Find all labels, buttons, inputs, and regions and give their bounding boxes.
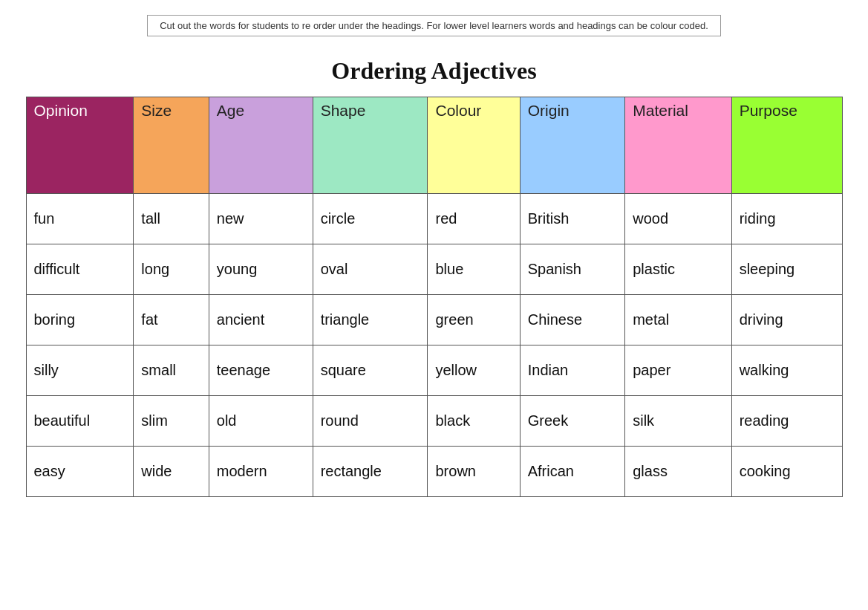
- table-cell: cooking: [731, 447, 842, 497]
- table-cell: new: [209, 194, 313, 244]
- table-cell: blue: [428, 244, 520, 295]
- table-cell: old: [209, 396, 313, 447]
- table-cell: British: [520, 194, 625, 244]
- header-cell-opinion: Opinion: [26, 97, 134, 194]
- table-cell: circle: [313, 194, 428, 244]
- table-cell: fat: [134, 295, 209, 345]
- table-cell: silly: [26, 345, 134, 396]
- table-cell: black: [428, 396, 520, 447]
- table-cell: Greek: [520, 396, 625, 447]
- table-cell: long: [134, 244, 209, 295]
- header-cell-shape: Shape: [313, 97, 428, 194]
- table-cell: oval: [313, 244, 428, 295]
- table-cell: wide: [134, 447, 209, 497]
- table-row: sillysmallteenagesquareyellowIndianpaper…: [26, 345, 842, 396]
- header-cell-purpose: Purpose: [731, 97, 842, 194]
- table-cell: square: [313, 345, 428, 396]
- table-cell: red: [428, 194, 520, 244]
- table-cell: driving: [731, 295, 842, 345]
- table-cell: silk: [625, 396, 731, 447]
- header-cell-material: Material: [625, 97, 731, 194]
- table-cell: Chinese: [520, 295, 625, 345]
- table-cell: young: [209, 244, 313, 295]
- table-cell: Spanish: [520, 244, 625, 295]
- table-cell: ancient: [209, 295, 313, 345]
- instruction-text: Cut out the words for students to re ord…: [147, 15, 721, 36]
- page-title: Ordering Adjectives: [331, 57, 536, 85]
- table-cell: modern: [209, 447, 313, 497]
- table-row: beautifulslimoldroundblackGreeksilkreadi…: [26, 396, 842, 447]
- table-cell: rectangle: [313, 447, 428, 497]
- table-cell: African: [520, 447, 625, 497]
- table-cell: difficult: [26, 244, 134, 295]
- header-cell-age: Age: [209, 97, 313, 194]
- table-cell: boring: [26, 295, 134, 345]
- table-cell: Indian: [520, 345, 625, 396]
- table-cell: riding: [731, 194, 842, 244]
- table-cell: tall: [134, 194, 209, 244]
- table-cell: reading: [731, 396, 842, 447]
- adjectives-table: OpinionSizeAgeShapeColourOriginMaterialP…: [26, 97, 843, 497]
- table-cell: sleeping: [731, 244, 842, 295]
- table-cell: small: [134, 345, 209, 396]
- table-cell: wood: [625, 194, 731, 244]
- table-wrapper: OpinionSizeAgeShapeColourOriginMaterialP…: [26, 97, 843, 497]
- table-row: boringfatancienttrianglegreenChinesemeta…: [26, 295, 842, 345]
- header-cell-origin: Origin: [520, 97, 625, 194]
- table-cell: walking: [731, 345, 842, 396]
- table-cell: easy: [26, 447, 134, 497]
- header-cell-colour: Colour: [428, 97, 520, 194]
- table-cell: slim: [134, 396, 209, 447]
- header-row: OpinionSizeAgeShapeColourOriginMaterialP…: [26, 97, 842, 194]
- table-cell: paper: [625, 345, 731, 396]
- table-row: easywidemodernrectanglebrownAfricanglass…: [26, 447, 842, 497]
- table-cell: fun: [26, 194, 134, 244]
- table-row: difficultlongyoungovalblueSpanishplastic…: [26, 244, 842, 295]
- table-cell: brown: [428, 447, 520, 497]
- table-cell: glass: [625, 447, 731, 497]
- table-cell: metal: [625, 295, 731, 345]
- table-cell: triangle: [313, 295, 428, 345]
- table-cell: yellow: [428, 345, 520, 396]
- header-cell-size: Size: [134, 97, 209, 194]
- table-row: funtallnewcircleredBritishwoodriding: [26, 194, 842, 244]
- table-cell: round: [313, 396, 428, 447]
- table-cell: beautiful: [26, 396, 134, 447]
- table-cell: plastic: [625, 244, 731, 295]
- table-cell: green: [428, 295, 520, 345]
- table-cell: teenage: [209, 345, 313, 396]
